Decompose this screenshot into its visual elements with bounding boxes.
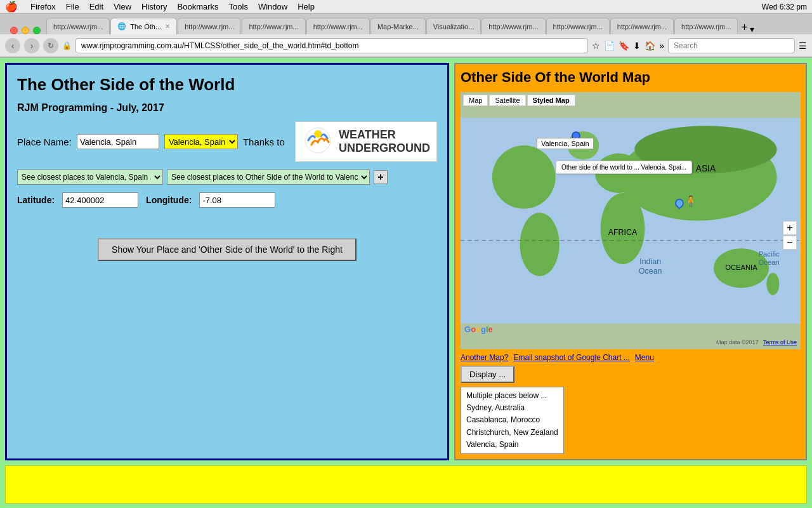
home-icon[interactable]: 🏠 <box>645 41 655 51</box>
display-button[interactable]: Display ... <box>461 366 514 383</box>
weather-logo: WEATHER UNDERGROUND <box>295 121 437 162</box>
another-map-link[interactable]: Another Map? <box>461 353 508 362</box>
tab-overflow-button[interactable]: ▾ <box>750 24 754 34</box>
svg-text:Indian: Indian <box>639 257 661 266</box>
close-window-button[interactable] <box>10 27 18 34</box>
tab-8[interactable]: http://www.rjm... <box>481 18 545 34</box>
menu-history[interactable]: History <box>141 2 167 11</box>
right-panel: Other Side Of the World Map <box>454 63 807 460</box>
tab-close-icon[interactable]: ✕ <box>165 23 170 30</box>
tab-4[interactable]: http://www.rjm... <box>242 18 305 34</box>
map-tab-satellite[interactable]: Satellite <box>489 95 525 106</box>
map-tab-map[interactable]: Map <box>463 95 488 106</box>
weather-text: WEATHER UNDERGROUND <box>339 128 430 155</box>
menu-edit[interactable]: Edit <box>89 2 103 11</box>
tab-1[interactable]: http://www.rjm... <box>46 18 110 34</box>
menu-file[interactable]: File <box>66 2 79 11</box>
download-icon[interactable]: ⬇ <box>633 41 641 51</box>
reload-button[interactable]: ↻ <box>43 38 58 53</box>
search-input[interactable] <box>668 38 795 53</box>
person-icon: 🧍 <box>684 195 697 207</box>
menu-link[interactable]: Menu <box>635 353 654 362</box>
menu-firefox[interactable]: Firefox <box>30 2 56 11</box>
weather-bottom: UNDERGROUND <box>339 142 430 155</box>
overflow-icon[interactable]: » <box>659 41 664 51</box>
tab-label-7: Visualizatio... <box>433 23 475 30</box>
svg-point-9 <box>492 145 556 209</box>
place-item-2: Casablanca, Morocco <box>466 414 558 426</box>
new-tab-button[interactable]: + <box>741 21 748 34</box>
dropdown-row: See closest places to Valencia, Spain ..… <box>17 170 437 185</box>
minimize-window-button[interactable] <box>22 27 29 34</box>
menu-tools[interactable]: Tools <box>229 2 248 11</box>
menu-window[interactable]: Window <box>258 2 287 11</box>
menu-bar: 🍎 Firefox File Edit View History Bookmar… <box>0 0 812 14</box>
other-side-bubble: Other side of the world to ... Valencia,… <box>556 161 692 174</box>
tab-11[interactable]: http://www.rjm... <box>674 18 738 34</box>
back-button[interactable]: ‹ <box>5 38 20 53</box>
latitude-input[interactable] <box>62 192 138 208</box>
place-dropdown[interactable]: Valencia, Spain <box>164 134 238 149</box>
tab-label-3: http://www.rjm... <box>185 23 234 30</box>
menu-bookmarks[interactable]: Bookmarks <box>178 2 219 11</box>
svg-text:OCEANIA: OCEANIA <box>725 264 757 271</box>
tab-9[interactable]: http://www.rjm... <box>546 18 610 34</box>
url-bar[interactable] <box>75 38 588 53</box>
tab-6[interactable]: Map-Marke... <box>370 18 426 34</box>
ssl-icon: 🔒 <box>62 41 72 50</box>
place-item-4: Valencia, Spain <box>466 439 558 451</box>
map-title: Other Side Of the World Map <box>461 69 801 86</box>
closest-places-dropdown[interactable]: See closest places to Valencia, Spain ..… <box>17 170 163 185</box>
bookmark-star-icon[interactable]: ☆ <box>592 41 600 51</box>
place-name-input[interactable] <box>77 134 159 149</box>
nav-bar: ‹ › ↻ 🔒 ☆ 📄 🔖 ⬇ 🏠 » ☰ <box>0 34 812 57</box>
other-side-dropdown[interactable]: See closest places to Other Side of the … <box>167 170 370 185</box>
longitude-input[interactable] <box>199 192 275 208</box>
tab-2-active[interactable]: 🌐 The Oth... ✕ <box>110 18 177 34</box>
places-list: Multiple places below ... Sydney, Austra… <box>461 387 564 454</box>
longitude-label: Longitude: <box>146 195 192 205</box>
map-tab-bar: Map Satellite Styled Map <box>463 95 575 106</box>
show-button[interactable]: Show Your Place and 'Other Side of the W… <box>98 238 357 261</box>
tab-7[interactable]: Visualizatio... <box>426 18 481 34</box>
traffic-lights <box>5 27 46 34</box>
menu-view[interactable]: View <box>114 2 131 11</box>
pocket-icon[interactable]: 🔖 <box>619 41 629 51</box>
tab-10[interactable]: http://www.rjm... <box>610 18 674 34</box>
tab-label-5: http://www.rjm... <box>313 23 363 30</box>
forward-button[interactable]: › <box>24 38 39 53</box>
zoom-out-button[interactable]: − <box>783 236 797 250</box>
hamburger-menu-icon[interactable]: ☰ <box>799 41 807 51</box>
svg-text:AFRICA: AFRICA <box>608 228 638 237</box>
menu-help[interactable]: Help <box>298 2 315 11</box>
svg-text:Ocean: Ocean <box>639 267 662 276</box>
weather-top: WEATHER <box>339 128 430 142</box>
svg-text:Ocean: Ocean <box>759 258 780 266</box>
place-item-3: Christchurch, New Zealand <box>466 427 558 439</box>
zoom-in-button[interactable]: + <box>783 221 797 235</box>
place-name-row: Place Name: Valencia, Spain Thanks to <box>17 121 437 162</box>
reader-view-icon[interactable]: 📄 <box>604 41 615 51</box>
tab-label-4: http://www.rjm... <box>249 23 298 30</box>
subtitle: RJM Programming - July, 2017 <box>17 102 437 114</box>
map-container[interactable]: Indian Ocean Pacific Ocean ASIA AFRICA O… <box>461 92 801 349</box>
places-header: Multiple places below ... <box>466 390 558 402</box>
terms-of-use-link[interactable]: Terms of Use <box>763 339 797 345</box>
thanks-to-label: Thanks to <box>243 137 285 147</box>
tab-3[interactable]: http://www.rjm... <box>178 18 241 34</box>
apple-menu[interactable]: 🍎 <box>5 1 18 13</box>
page-title: The Other Side of the World <box>17 75 437 95</box>
map-tab-styled[interactable]: Styled Map <box>527 95 575 106</box>
coord-row: Latitude: Longitude: <box>17 192 437 208</box>
wu-logo-icon <box>302 124 334 156</box>
tab-label-9: http://www.rjm... <box>553 23 603 30</box>
latitude-label: Latitude: <box>17 195 55 205</box>
tab-favicon: 🌐 <box>117 22 126 30</box>
clock: Wed 6:32 pm <box>762 3 807 11</box>
email-snapshot-link[interactable]: Email snapshot of Google Chart ... <box>513 353 629 362</box>
place-name-label: Place Name: <box>17 137 72 147</box>
tab-5[interactable]: http://www.rjm... <box>306 18 370 34</box>
plus-button[interactable]: + <box>374 170 388 184</box>
tab-label-1: http://www.rjm... <box>53 23 103 30</box>
maximize-window-button[interactable] <box>33 27 41 34</box>
